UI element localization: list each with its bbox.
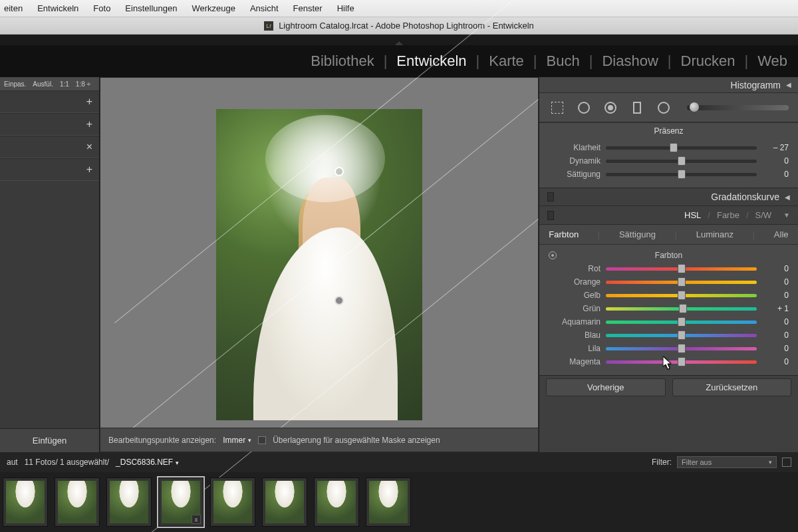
window-title: Lightroom Catalog.lrcat - Adobe Photosho…: [279, 21, 534, 31]
hsl-subtab-farbton[interactable]: Farbton: [543, 229, 584, 239]
expand-triangle-icon[interactable]: ▼: [783, 211, 790, 219]
slider-klarheit[interactable]: Klarheit– 27: [549, 141, 789, 154]
tone-curve-panel-header[interactable]: Gradationskurve ◀: [539, 188, 798, 206]
filter-lock-icon[interactable]: [782, 458, 791, 467]
spot-tool[interactable]: [575, 99, 593, 116]
hsl-subtab-luminanz[interactable]: Luminanz: [691, 229, 739, 239]
hsl-panel-header: HSL/Farbe/S/W▼: [539, 206, 798, 225]
zoom-option[interactable]: 1:1: [60, 80, 69, 88]
filmstrip: ±: [0, 472, 798, 532]
module-drucken[interactable]: Drucken: [680, 53, 737, 70]
menu-ansicht[interactable]: Ansicht: [250, 3, 279, 13]
redeye-tool[interactable]: [602, 99, 619, 116]
adjustment-pin[interactable]: [334, 167, 344, 176]
hsl-subtab-sättigung[interactable]: Sättigung: [614, 229, 661, 239]
menu-hilfe[interactable]: Hilfe: [337, 3, 354, 13]
hsl-tab-hsl[interactable]: HSL: [684, 210, 701, 220]
collapse-triangle-icon: ◀: [786, 81, 791, 88]
presence-section-title: Präsenz: [539, 122, 798, 138]
hue-slider-orange[interactable]: Orange0: [549, 275, 789, 289]
edit-pins-dropdown[interactable]: Immer▾: [223, 436, 251, 445]
os-menubar: eitenEntwickelnFotoEinstellungenWerkzeug…: [0, 0, 798, 17]
window-titlebar: Lr Lightroom Catalog.lrcat - Adobe Photo…: [0, 17, 798, 35]
menu-fenster[interactable]: Fenster: [293, 3, 323, 13]
targeted-adjust-icon[interactable]: [549, 251, 557, 259]
canvas-toolbar: Bearbeitungspunkte anzeigen: Immer▾ Über…: [100, 428, 538, 452]
hue-slider-blau[interactable]: Blau0: [549, 329, 789, 342]
panel-switch-icon[interactable]: [547, 211, 554, 220]
hue-slider-aquamarin[interactable]: Aquamarin0: [549, 315, 789, 329]
filmstrip-thumb[interactable]: ±: [158, 477, 203, 527]
develop-badge-icon: ±: [192, 515, 201, 524]
histogram-panel-header[interactable]: Histogramm◀: [539, 77, 798, 93]
filmstrip-thumb[interactable]: [262, 477, 307, 527]
folder-crumb[interactable]: aut: [7, 458, 18, 467]
radial-tool[interactable]: [655, 99, 672, 116]
zoom-option[interactable]: Ausfül.: [33, 80, 53, 88]
left-panel: Einpas.Ausfül.1:11:8 ÷ ++×+ Einfügen: [0, 77, 100, 452]
mask-overlay-label: Überlagerung für ausgewählte Maske anzei…: [273, 436, 440, 445]
add-button[interactable]: +: [0, 113, 99, 136]
module-diashow[interactable]: Diashow: [600, 53, 659, 70]
filmstrip-infobar: aut 11 Fotos/ 1 ausgewählt/ _DSC6836.NEF…: [0, 452, 798, 472]
menu-einstellungen[interactable]: Einstellungen: [125, 3, 177, 13]
hsl-subtabs: Farbton|Sättigung|Luminanz|Alle: [539, 225, 798, 245]
zoom-option[interactable]: Einpas.: [4, 80, 26, 88]
adjustment-pin[interactable]: [334, 296, 344, 305]
menu-eiten[interactable]: eiten: [4, 3, 23, 13]
local-tools-row: [539, 93, 798, 122]
filmstrip-thumb[interactable]: [210, 477, 255, 527]
filmstrip-thumb[interactable]: [3, 477, 48, 527]
hue-slider-gelb[interactable]: Gelb0: [549, 289, 789, 302]
slider-dynamik[interactable]: Dynamik0: [549, 154, 789, 168]
lightroom-icon: Lr: [264, 21, 273, 31]
filmstrip-thumb[interactable]: [366, 477, 411, 527]
crop-tool[interactable]: [549, 99, 566, 116]
hue-slider-magenta[interactable]: Magenta0: [549, 355, 789, 368]
develop-buttons-row: Vorherige Zurücksetzen: [539, 375, 798, 399]
zoom-option[interactable]: 1:8 ÷: [76, 80, 90, 88]
tool-amount-slider[interactable]: [687, 105, 789, 110]
hsl-section-title: Farbton: [655, 251, 682, 260]
menu-foto[interactable]: Foto: [93, 3, 110, 13]
module-web[interactable]: Web: [756, 53, 789, 70]
paste-button[interactable]: Einfügen: [0, 428, 99, 452]
module-entwickeln[interactable]: Entwickeln: [395, 53, 467, 70]
filename-dropdown[interactable]: _DSC6836.NEF ▾: [116, 458, 178, 467]
filmstrip-thumb[interactable]: [106, 477, 152, 527]
menu-entwickeln[interactable]: Entwickeln: [37, 3, 78, 13]
collapse-triangle-icon: ◀: [785, 194, 790, 201]
module-karte[interactable]: Karte: [487, 53, 525, 70]
filmstrip-thumb[interactable]: [314, 477, 359, 527]
mask-overlay-checkbox[interactable]: [258, 436, 266, 444]
gradient-tool[interactable]: [628, 99, 646, 116]
module-buch[interactable]: Buch: [545, 53, 581, 70]
menu-werkzeuge[interactable]: Werkzeuge: [192, 3, 235, 13]
selection-count: 11 Fotos/ 1 ausgewählt/: [25, 458, 109, 467]
hue-slider-grün[interactable]: Grün+ 1: [549, 302, 789, 315]
module-bibliothek[interactable]: Bibliothek: [309, 53, 375, 70]
navigator-zoom-row: Einpas.Ausfül.1:11:8 ÷: [0, 77, 99, 90]
remove-button[interactable]: ×: [0, 136, 99, 158]
add-button[interactable]: +: [0, 158, 99, 181]
hue-slider-rot[interactable]: Rot0: [549, 262, 789, 275]
filter-dropdown[interactable]: Filter aus▾: [677, 456, 777, 468]
filter-label: Filter:: [652, 458, 672, 467]
image-canvas[interactable]: Bearbeitungspunkte anzeigen: Immer▾ Über…: [100, 77, 539, 452]
hsl-tab-s/w[interactable]: S/W: [755, 210, 772, 220]
reset-button[interactable]: Zurücksetzen: [672, 378, 792, 396]
hue-slider-lila[interactable]: Lila0: [549, 342, 789, 355]
previous-button[interactable]: Vorherige: [546, 378, 666, 396]
slider-sättigung[interactable]: Sättigung0: [549, 168, 789, 181]
module-picker: Bibliothek|Entwickeln|Karte|Buch|Diashow…: [0, 45, 798, 77]
right-panel: Histogramm◀ Präsenz Klarheit– 27Dynamik0…: [539, 77, 798, 452]
hsl-subtab-alle[interactable]: Alle: [769, 229, 794, 239]
hsl-tab-farbe[interactable]: Farbe: [717, 210, 739, 220]
edit-pins-label: Bearbeitungspunkte anzeigen:: [108, 436, 216, 445]
add-button[interactable]: +: [0, 90, 99, 113]
filmstrip-thumb[interactable]: [55, 477, 100, 527]
identity-plate-strip: [0, 35, 798, 45]
panel-switch-icon[interactable]: [547, 192, 554, 201]
